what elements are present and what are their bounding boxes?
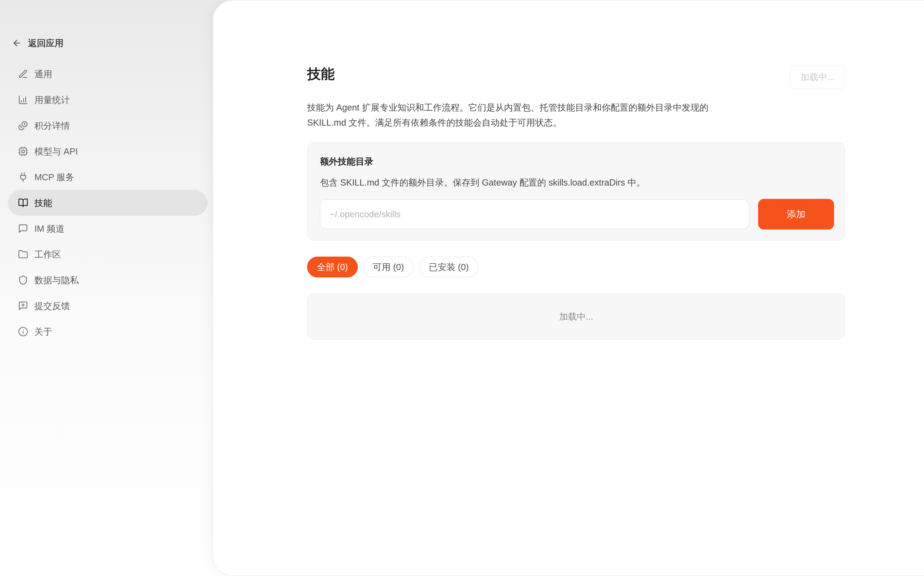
folder-icon <box>18 249 28 259</box>
arrow-left-icon <box>12 38 22 48</box>
sidebar-item-label: 提交反馈 <box>34 300 70 312</box>
sidebar-item-label: 通用 <box>34 68 52 80</box>
sidebar-item-im-channels[interactable]: IM 频道 <box>8 216 207 242</box>
extra-dir-input[interactable] <box>320 199 749 229</box>
add-button[interactable]: 添加 <box>758 199 834 229</box>
cpu-icon <box>18 146 28 157</box>
card-description: 包含 SKILL.md 文件的额外目录。保存到 Gateway 配置的 skil… <box>320 176 834 189</box>
book-open-icon <box>18 198 28 208</box>
filter-available-button[interactable]: 可用 (0) <box>363 257 414 277</box>
sidebar-item-credits[interactable]: 积分详情 <box>8 113 207 139</box>
sidebar-item-usage-stats[interactable]: 用量统计 <box>8 87 207 113</box>
sidebar-item-label: 技能 <box>34 197 52 209</box>
sidebar-item-mcp-services[interactable]: MCP 服务 <box>8 164 207 190</box>
sidebar: 返回应用 通用 用量统计 积分详情 <box>0 0 213 576</box>
refresh-loading-button[interactable]: 加载中... <box>790 65 845 89</box>
sidebar-item-skills[interactable]: 技能 <box>8 190 207 216</box>
page-title: 技能 <box>307 65 335 83</box>
chat-bubble-icon <box>18 224 28 234</box>
sidebar-item-general[interactable]: 通用 <box>8 61 207 87</box>
skills-list-loading-panel: 加载中... <box>307 293 845 339</box>
plug-icon <box>18 172 28 182</box>
settings-window: 返回应用 通用 用量统计 积分详情 <box>0 0 924 576</box>
info-icon <box>18 326 28 337</box>
page-description: 技能为 Agent 扩展专业知识和工作流程。它们是从内置包、托管技能目录和你配置… <box>307 100 733 130</box>
pencil-icon <box>18 69 28 79</box>
sidebar-item-label: 用量统计 <box>34 94 70 106</box>
sidebar-item-workspace[interactable]: 工作区 <box>8 242 207 267</box>
sidebar-item-label: MCP 服务 <box>34 171 74 183</box>
bar-chart-icon <box>18 95 28 105</box>
sidebar-item-label: IM 频道 <box>34 222 65 235</box>
back-to-app-button[interactable]: 返回应用 <box>12 35 64 51</box>
sidebar-item-about[interactable]: 关于 <box>8 319 207 344</box>
filter-installed-button[interactable]: 已安装 (0) <box>419 257 479 277</box>
shield-icon <box>18 275 28 285</box>
sidebar-item-label: 模型与 API <box>34 146 78 158</box>
sidebar-item-models-api[interactable]: 模型与 API <box>8 139 207 164</box>
sidebar-item-label: 关于 <box>34 326 52 338</box>
sidebar-item-label: 积分详情 <box>34 120 70 132</box>
page-header: 技能 加载中... <box>307 65 845 89</box>
coins-icon <box>18 120 28 131</box>
message-plus-icon <box>18 301 28 311</box>
sidebar-item-data-privacy[interactable]: 数据与隐私 <box>8 267 207 293</box>
card-title: 额外技能目录 <box>320 155 834 168</box>
loading-text: 加载中... <box>559 310 593 323</box>
filter-all-button[interactable]: 全部 (0) <box>307 257 358 277</box>
sidebar-nav: 通用 用量统计 积分详情 模型与 API <box>0 61 213 344</box>
skill-filter-pills: 全部 (0) 可用 (0) 已安装 (0) <box>307 257 845 277</box>
extra-skill-dirs-card: 额外技能目录 包含 SKILL.md 文件的额外目录。保存到 Gateway 配… <box>307 142 845 241</box>
sidebar-item-feedback[interactable]: 提交反馈 <box>8 293 207 319</box>
sidebar-item-label: 数据与隐私 <box>34 274 79 286</box>
extra-dir-input-row: 添加 <box>320 199 834 229</box>
sidebar-item-label: 工作区 <box>34 248 61 261</box>
back-label: 返回应用 <box>28 37 64 49</box>
content-panel: 技能 加载中... 技能为 Agent 扩展专业知识和工作流程。它们是从内置包、… <box>213 0 924 576</box>
